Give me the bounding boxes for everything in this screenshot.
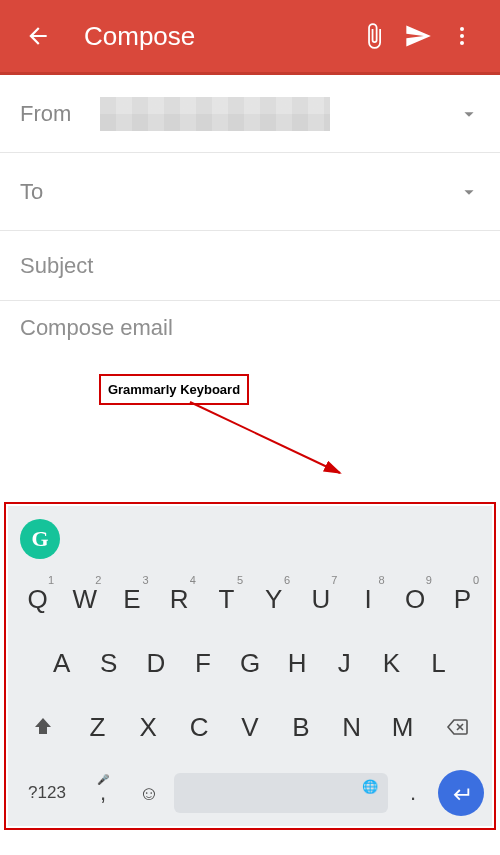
from-redacted (100, 97, 330, 131)
svg-point-2 (460, 41, 464, 45)
period-key[interactable]: . (392, 770, 434, 816)
keyboard-bottom-row: ?123 🎤 , ☺ 🌐 . (8, 764, 492, 826)
key-x[interactable]: X (123, 700, 174, 754)
from-value (100, 97, 450, 131)
key-w[interactable]: 2W (61, 572, 108, 626)
key-i[interactable]: 8I (344, 572, 391, 626)
key-t[interactable]: 5T (203, 572, 250, 626)
key-s[interactable]: S (85, 636, 132, 690)
key-f[interactable]: F (179, 636, 226, 690)
key-z[interactable]: Z (72, 700, 123, 754)
keyboard-row-1: 1Q2W3E4R5T6Y7U8I9O0P (8, 572, 492, 636)
key-k[interactable]: K (368, 636, 415, 690)
chevron-down-icon[interactable] (450, 181, 480, 203)
keyboard: G 1Q2W3E4R5T6Y7U8I9O0P ASDFGHJKL ZXCVBNM… (8, 506, 492, 826)
mic-icon: 🎤 (97, 774, 109, 785)
space-key[interactable]: 🌐 (174, 773, 388, 813)
header-title: Compose (84, 21, 352, 52)
subject-placeholder: Subject (20, 253, 93, 279)
to-row[interactable]: To (0, 153, 500, 231)
key-p[interactable]: 0P (439, 572, 486, 626)
globe-icon: 🌐 (362, 779, 378, 794)
app-header: Compose (0, 0, 500, 75)
svg-point-1 (460, 34, 464, 38)
body-placeholder: Compose email (20, 315, 173, 341)
grammarly-badge-icon[interactable]: G (20, 519, 60, 559)
to-label: To (20, 179, 100, 205)
svg-line-3 (190, 402, 340, 473)
subject-input[interactable]: Subject (0, 231, 500, 301)
key-o[interactable]: 9O (392, 572, 439, 626)
key-v[interactable]: V (225, 700, 276, 754)
key-h[interactable]: H (274, 636, 321, 690)
key-u[interactable]: 7U (297, 572, 344, 626)
key-n[interactable]: N (326, 700, 377, 754)
key-b[interactable]: B (275, 700, 326, 754)
body-input[interactable]: Compose email (0, 301, 500, 351)
back-icon[interactable] (16, 23, 60, 49)
key-l[interactable]: L (415, 636, 462, 690)
chevron-down-icon[interactable] (450, 103, 480, 125)
keyboard-highlight: G 1Q2W3E4R5T6Y7U8I9O0P ASDFGHJKL ZXCVBNM… (4, 502, 496, 830)
send-icon[interactable] (396, 22, 440, 50)
keyboard-row-3: ZXCVBNM (8, 700, 492, 764)
backspace-key[interactable] (428, 700, 486, 754)
annotation-arrow (180, 395, 380, 495)
key-d[interactable]: D (132, 636, 179, 690)
key-j[interactable]: J (321, 636, 368, 690)
annotation-label: Grammarly Keyboard (99, 374, 249, 405)
svg-point-0 (460, 27, 464, 31)
attach-icon[interactable] (352, 22, 396, 50)
key-m[interactable]: M (377, 700, 428, 754)
keyboard-row-2: ASDFGHJKL (8, 636, 492, 700)
key-r[interactable]: 4R (156, 572, 203, 626)
shift-key[interactable] (14, 700, 72, 754)
from-label: From (20, 101, 100, 127)
key-y[interactable]: 6Y (250, 572, 297, 626)
key-e[interactable]: 3E (108, 572, 155, 626)
more-icon[interactable] (440, 24, 484, 48)
keyboard-suggestion-bar: G (8, 506, 492, 572)
enter-key[interactable] (438, 770, 484, 816)
key-c[interactable]: C (174, 700, 225, 754)
emoji-key[interactable]: ☺ (128, 770, 170, 816)
comma-key[interactable]: 🎤 , (82, 770, 124, 816)
symbols-key[interactable]: ?123 (16, 770, 78, 816)
key-a[interactable]: A (38, 636, 85, 690)
key-g[interactable]: G (226, 636, 273, 690)
key-q[interactable]: 1Q (14, 572, 61, 626)
from-row[interactable]: From (0, 75, 500, 153)
